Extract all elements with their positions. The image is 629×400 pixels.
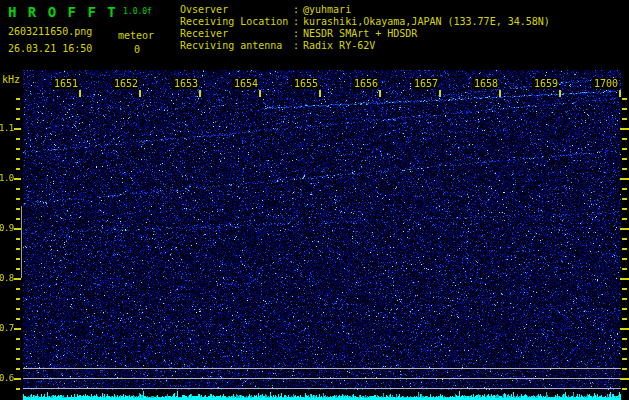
freq-minor-tick-left (16, 98, 20, 100)
freq-minor-tick-right (622, 168, 627, 170)
freq-minor-tick-right (622, 298, 627, 300)
freq-minor-tick-right (622, 158, 627, 160)
freq-minor-tick-right (622, 198, 627, 200)
info-value: kurashiki,Okayama,JAPAN (133.77E, 34.58N… (303, 16, 550, 28)
app-version: 1.0.0f (123, 7, 152, 16)
freq-minor-tick-left (16, 198, 20, 200)
freq-minor-tick-right (622, 318, 627, 320)
freq-minor-tick-right (622, 238, 627, 240)
time-tick-mark (79, 90, 81, 97)
time-tick-mark (499, 90, 501, 97)
time-tick-label: 1655 (292, 78, 318, 89)
time-tick-mark (199, 90, 201, 97)
freq-band-marker (21, 206, 22, 278)
freq-major-tick-right (620, 128, 629, 130)
time-tick-mark (559, 90, 561, 97)
freq-major-tick-right (620, 378, 629, 380)
freq-tick-label: 0.8 (0, 273, 13, 283)
freq-minor-tick-left (16, 298, 20, 300)
freq-minor-tick-right (622, 258, 627, 260)
freq-minor-tick-left (16, 208, 20, 210)
freq-minor-tick-right (622, 138, 627, 140)
meteor-count-value: 0 (131, 44, 143, 56)
freq-minor-tick-left (16, 158, 20, 160)
freq-minor-tick-right (622, 348, 627, 350)
freq-tick-label: 0.9 (0, 223, 13, 233)
spectrogram-canvas (23, 70, 621, 390)
time-tick-mark (439, 90, 441, 97)
freq-minor-tick-right (622, 118, 627, 120)
info-separator: : (293, 40, 299, 52)
freq-minor-tick-right (622, 248, 627, 250)
freq-major-tick-left (14, 278, 21, 280)
observation-datetime: 26.03.21 16:50 (8, 43, 92, 55)
info-label: Recviving antenna (180, 40, 282, 52)
freq-minor-tick-right (622, 368, 627, 370)
freq-major-tick-left (14, 178, 21, 180)
freq-major-tick-right (620, 328, 629, 330)
freq-major-tick-left (14, 378, 21, 380)
freq-major-tick-left (14, 328, 21, 330)
freq-tick-label: 0.7 (0, 323, 13, 333)
freq-major-tick-right (620, 178, 629, 180)
time-tick-label: 1657 (412, 78, 438, 89)
time-tick-label: 1652 (112, 78, 138, 89)
freq-minor-tick-right (622, 208, 627, 210)
echo-band-marker-line (23, 388, 621, 389)
freq-minor-tick-left (16, 108, 20, 110)
freq-minor-tick-left (16, 248, 20, 250)
freq-minor-tick-left (16, 348, 20, 350)
info-separator: : (293, 4, 299, 16)
freq-minor-tick-left (16, 238, 20, 240)
time-tick-label: 1651 (52, 78, 78, 89)
time-tick-label: 1653 (172, 78, 198, 89)
hrofft-window: H R O F F T 1.0.0f 2603211650.png meteor… (0, 0, 629, 400)
info-label: Receiving Location (180, 16, 288, 28)
freq-minor-tick-left (16, 148, 20, 150)
time-tick-mark (139, 90, 141, 97)
freq-minor-tick-right (622, 338, 627, 340)
freq-major-tick-right (620, 278, 629, 280)
time-tick-label: 1656 (352, 78, 378, 89)
freq-minor-tick-right (622, 108, 627, 110)
freq-minor-tick-left (16, 308, 20, 310)
info-value: Radix RY-62V (303, 40, 375, 52)
freq-minor-tick-right (622, 218, 627, 220)
time-tick-label: 1700 (592, 78, 618, 89)
time-tick-label: 1659 (532, 78, 558, 89)
info-label: Receiver (180, 28, 228, 40)
freq-minor-tick-right (622, 98, 627, 100)
meteor-counter-label: meteor (118, 30, 154, 42)
app-title: H R O F F T (8, 4, 117, 20)
freq-minor-tick-left (16, 168, 20, 170)
freq-minor-tick-right (622, 308, 627, 310)
freq-tick-label: 0.6 (0, 373, 13, 383)
freq-minor-tick-right (622, 358, 627, 360)
freq-tick-label: 1.1 (0, 123, 13, 133)
freq-minor-tick-left (16, 358, 20, 360)
freq-minor-tick-left (16, 258, 20, 260)
freq-minor-tick-left (16, 318, 20, 320)
freq-major-tick-left (14, 228, 21, 230)
info-label: Ovserver (180, 4, 228, 16)
freq-tick-label: 1.0 (0, 173, 13, 183)
freq-minor-tick-right (622, 148, 627, 150)
signal-meter-canvas (23, 390, 621, 400)
time-tick-label: 1654 (232, 78, 258, 89)
info-separator: : (293, 16, 299, 28)
time-tick-mark (319, 90, 321, 97)
freq-minor-tick-right (622, 388, 627, 390)
freq-minor-tick-left (16, 118, 20, 120)
info-separator: : (293, 28, 299, 40)
freq-minor-tick-left (16, 368, 20, 370)
time-tick-mark (379, 90, 381, 97)
info-value: NESDR SMArt + HDSDR (303, 28, 417, 40)
freq-minor-tick-left (16, 218, 20, 220)
freq-major-tick-left (14, 128, 21, 130)
freq-minor-tick-left (16, 188, 20, 190)
freq-minor-tick-left (16, 268, 20, 270)
freq-minor-tick-right (622, 188, 627, 190)
freq-minor-tick-right (622, 288, 627, 290)
echo-band-marker-line (23, 378, 621, 379)
freq-minor-tick-left (16, 388, 20, 390)
